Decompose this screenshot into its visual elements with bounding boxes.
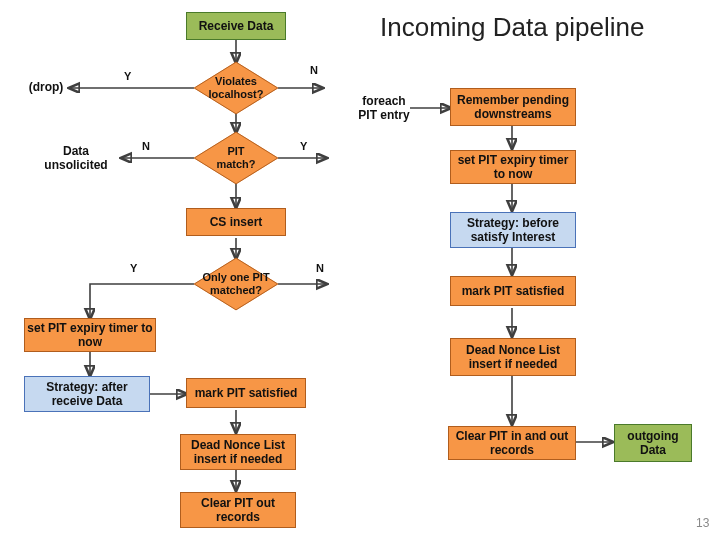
node-strategy-after-receive: Strategy: after receive Data [24, 376, 150, 412]
node-set-expiry-right: set PIT expiry timer to now [450, 150, 576, 184]
node-set-expiry-left: set PIT expiry timer to now [24, 318, 156, 352]
decision-pit-match: PIT match? [194, 132, 278, 184]
decision-only-one-pit-label: Only one PIT matched? [194, 271, 278, 296]
node-data-unsolicited: Data unsolicited [30, 144, 122, 172]
node-receive-data: Receive Data [186, 12, 286, 40]
node-mark-pit-satisfied-right: mark PIT satisfied [450, 276, 576, 306]
decision-pit-match-label: PIT match? [194, 145, 278, 170]
decision-only-one-pit: Only one PIT matched? [194, 258, 278, 310]
node-dead-nonce-right: Dead Nonce List insert if needed [450, 338, 576, 376]
page-title: Incoming Data pipeline [380, 12, 645, 43]
node-drop: (drop) [22, 80, 70, 94]
decision-violates-localhost: Violates localhost? [194, 62, 278, 114]
slide-number: 13 [696, 516, 709, 530]
node-mark-pit-satisfied-left: mark PIT satisfied [186, 378, 306, 408]
node-clear-pit-out: Clear PIT out records [180, 492, 296, 528]
arrow-layer [0, 0, 720, 540]
decision-violates-localhost-label: Violates localhost? [194, 75, 278, 100]
node-remember-pending: Remember pending downstreams [450, 88, 576, 126]
node-dead-nonce-left: Dead Nonce List insert if needed [180, 434, 296, 470]
node-outgoing-data: outgoing Data [614, 424, 692, 462]
node-clear-pit-in-out: Clear PIT in and out records [448, 426, 576, 460]
edge-label-violates-y: Y [124, 70, 131, 82]
node-foreach-pit: foreach PIT entry [354, 94, 414, 122]
edge-label-pitmatch-n: N [142, 140, 150, 152]
edge-label-violates-n: N [310, 64, 318, 76]
edge-label-onlyone-y: Y [130, 262, 137, 274]
node-strategy-before-satisfy: Strategy: before satisfy Interest [450, 212, 576, 248]
edge-label-onlyone-n: N [316, 262, 324, 274]
edge-label-pitmatch-y: Y [300, 140, 307, 152]
node-cs-insert: CS insert [186, 208, 286, 236]
